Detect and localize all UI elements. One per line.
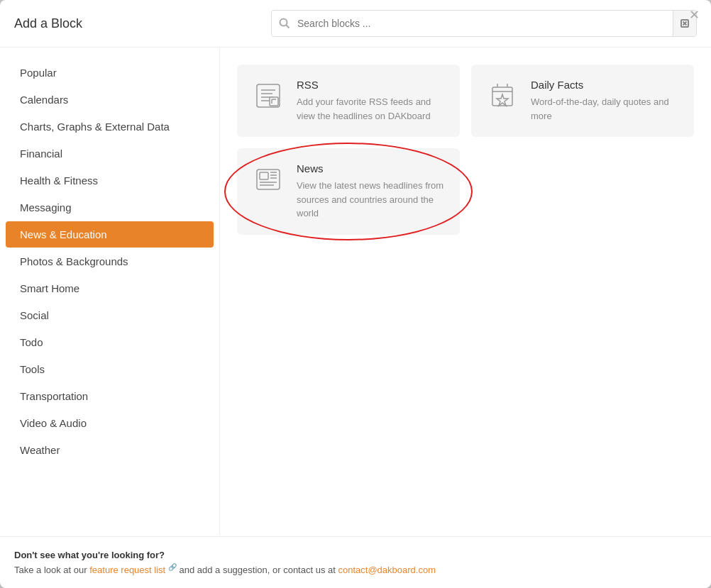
sidebar-item-news-education[interactable]: News & Education: [6, 221, 214, 248]
rss-icon: [251, 79, 285, 113]
rss-name: RSS: [297, 79, 446, 91]
content-area: RSS Add your favorite RSS feeds and view…: [220, 48, 711, 536]
sidebar-item-charts[interactable]: Charts, Graphs & External Data: [6, 113, 214, 140]
sidebar-item-social[interactable]: Social: [6, 302, 214, 328]
rss-description: Add your favorite RSS feeds and view the…: [297, 95, 446, 123]
sidebar-item-calendars[interactable]: Calendars: [6, 87, 214, 113]
block-card-rss[interactable]: RSS Add your favorite RSS feeds and view…: [237, 65, 460, 137]
feature-request-link[interactable]: feature request list 🔗: [89, 565, 179, 575]
footer: Don't see what you're looking for? Take …: [0, 536, 711, 588]
news-icon: [251, 162, 285, 196]
daily-facts-description: Word-of-the-day, daily quotes and more: [531, 95, 680, 123]
daily-facts-name: Daily Facts: [531, 79, 680, 91]
news-info: News View the latest news headlines from…: [297, 162, 446, 221]
modal: Add a Block ✕ PopularCalendarsCharts, Gr…: [0, 0, 711, 588]
footer-prompt: Don't see what you're looking for?: [14, 550, 697, 560]
search-icon: [272, 18, 297, 29]
sidebar-item-photos[interactable]: Photos & Backgrounds: [6, 248, 214, 274]
close-button[interactable]: ✕: [689, 9, 700, 21]
news-description: View the latest news headlines from sour…: [297, 179, 446, 221]
block-card-daily-facts[interactable]: Daily Facts Word-of-the-day, daily quote…: [471, 65, 694, 137]
search-bar: [271, 10, 697, 37]
svg-rect-10: [270, 97, 278, 106]
sidebar-item-video-audio[interactable]: Video & Audio: [6, 410, 214, 436]
modal-title: Add a Block: [14, 16, 82, 31]
block-card-news[interactable]: News View the latest news headlines from…: [237, 148, 460, 235]
blocks-grid: RSS Add your favorite RSS feeds and view…: [237, 65, 694, 235]
contact-link[interactable]: contact@dakboard.com: [338, 565, 436, 575]
footer-text-middle: and add a suggestion, or contact us at: [179, 565, 338, 575]
sidebar-item-financial[interactable]: Financial: [6, 140, 214, 167]
sidebar-item-health[interactable]: Health & Fitness: [6, 167, 214, 194]
sidebar-item-weather[interactable]: Weather: [6, 437, 214, 463]
svg-marker-17: [497, 94, 508, 106]
sidebar-item-messaging[interactable]: Messaging: [6, 194, 214, 221]
footer-text-before: Take a look at our: [14, 565, 89, 575]
svg-rect-19: [260, 172, 268, 179]
svg-point-0: [280, 19, 287, 26]
modal-body: PopularCalendarsCharts, Graphs & Externa…: [0, 48, 711, 536]
daily-facts-info: Daily Facts Word-of-the-day, daily quote…: [531, 79, 680, 123]
sidebar-item-todo[interactable]: Todo: [6, 329, 214, 355]
footer-text: Take a look at our feature request list …: [14, 563, 697, 575]
sidebar-item-tools[interactable]: Tools: [6, 356, 214, 382]
news-name: News: [297, 162, 446, 174]
sidebar-item-popular[interactable]: Popular: [6, 60, 214, 86]
search-input[interactable]: [297, 18, 673, 29]
svg-line-1: [287, 26, 290, 28]
sidebar-item-transportation[interactable]: Transportation: [6, 383, 214, 409]
daily-facts-icon: [485, 79, 519, 113]
sidebar-item-smart-home[interactable]: Smart Home: [6, 275, 214, 301]
modal-header: Add a Block ✕: [0, 0, 711, 48]
external-link-icon: 🔗: [168, 563, 177, 571]
sidebar: PopularCalendarsCharts, Graphs & Externa…: [0, 48, 220, 536]
rss-info: RSS Add your favorite RSS feeds and view…: [297, 79, 446, 123]
